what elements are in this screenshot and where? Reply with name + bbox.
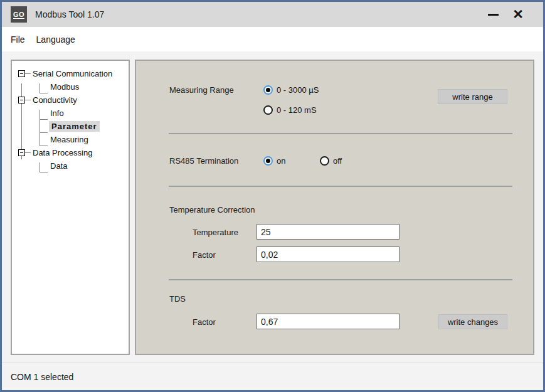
tree-item-modbus[interactable]: Modbus bbox=[12, 80, 129, 93]
menu-bar: File Language bbox=[2, 27, 543, 51]
tds-title: TDS bbox=[169, 294, 186, 304]
separator bbox=[169, 279, 512, 280]
tree-item-label[interactable]: Data bbox=[50, 161, 67, 171]
tree-item-data[interactable]: Data bbox=[12, 159, 129, 172]
separator bbox=[169, 133, 512, 134]
tds-factor-label: Factor bbox=[193, 317, 216, 327]
tree-item-parameter[interactable]: Parameter bbox=[12, 120, 129, 133]
menu-item-file[interactable]: File bbox=[11, 34, 25, 45]
radio-selected-icon[interactable] bbox=[263, 156, 273, 166]
radio-selected-icon[interactable] bbox=[263, 85, 273, 95]
status-text: COM 1 selected bbox=[11, 372, 73, 382]
radio-label[interactable]: off bbox=[333, 156, 342, 166]
separator bbox=[169, 186, 512, 187]
tree-item-serial-communication[interactable]: Serial Communication bbox=[12, 67, 129, 80]
navigation-tree-panel: Serial Communication Modbus Conductivity… bbox=[11, 60, 130, 355]
status-bar: COM 1 selected bbox=[2, 363, 543, 390]
radio-range-120ms[interactable]: 0 - 120 mS bbox=[263, 105, 317, 115]
tree-item-conductivity[interactable]: Conductivity bbox=[12, 93, 129, 107]
tree-item-label-selected[interactable]: Parameter bbox=[49, 121, 100, 132]
radio-label[interactable]: on bbox=[277, 156, 285, 166]
app-logo-icon: GO bbox=[11, 6, 27, 23]
window-title: Modbus Tool 1.07 bbox=[35, 9, 104, 19]
radio-label[interactable]: 0 - 3000 µS bbox=[277, 85, 319, 95]
radio-unselected-icon[interactable] bbox=[320, 156, 329, 166]
title-bar: GO Modbus Tool 1.07 ✕ bbox=[2, 2, 543, 27]
radio-termination-on[interactable]: on bbox=[263, 156, 285, 166]
tree-item-label[interactable]: Data Processing bbox=[33, 148, 92, 157]
radio-range-3000us[interactable]: 0 - 3000 µS bbox=[263, 85, 319, 95]
temperature-row: Temperature bbox=[193, 224, 238, 240]
temp-factor-row: Factor bbox=[193, 246, 216, 263]
rs485-option-off: off bbox=[320, 152, 342, 169]
tree-item-info[interactable]: Info bbox=[12, 107, 129, 120]
tree-line bbox=[25, 152, 31, 153]
write-changes-button[interactable]: write changes bbox=[438, 314, 507, 329]
close-button[interactable]: ✕ bbox=[505, 7, 531, 22]
radio-label[interactable]: 0 - 120 mS bbox=[277, 105, 317, 115]
temp-factor-input[interactable] bbox=[257, 246, 399, 262]
rs485-option-on: on bbox=[263, 152, 285, 169]
radio-unselected-icon[interactable] bbox=[263, 105, 273, 115]
app-logo-text: GO bbox=[13, 11, 24, 19]
tree-line bbox=[25, 73, 31, 74]
temperature-correction-title: Temperature Correction bbox=[169, 205, 255, 215]
tree-item-data-processing[interactable]: Data Processing bbox=[12, 146, 129, 159]
tds-factor-input[interactable] bbox=[257, 314, 399, 329]
app-window: GO Modbus Tool 1.07 ✕ File Language bbox=[0, 0, 545, 392]
parameter-settings-panel: Measuring Range 0 - 3000 µS 0 - 120 mS w… bbox=[135, 60, 534, 355]
tree-collapse-icon[interactable] bbox=[18, 97, 25, 103]
tree-item-label[interactable]: Info bbox=[50, 109, 64, 118]
tds-factor-row: Factor bbox=[193, 314, 216, 330]
measuring-range-option-1: 0 - 3000 µS bbox=[263, 82, 319, 98]
temperature-label: Temperature bbox=[193, 228, 238, 237]
close-icon: ✕ bbox=[512, 7, 524, 21]
tree-line bbox=[25, 100, 31, 100]
rs485-termination-label: RS485 Termination bbox=[169, 156, 238, 166]
tree-item-label[interactable]: Modbus bbox=[50, 82, 79, 92]
menu-item-language[interactable]: Language bbox=[36, 34, 75, 45]
measuring-range-label: Measuring Range bbox=[169, 85, 234, 95]
tree-collapse-icon[interactable] bbox=[18, 149, 25, 156]
tree-item-measuring[interactable]: Measuring bbox=[12, 133, 129, 146]
radio-termination-off[interactable]: off bbox=[320, 156, 342, 166]
rs485-row: RS485 Termination bbox=[169, 152, 238, 169]
write-range-button[interactable]: write range bbox=[438, 89, 507, 104]
measuring-range-row: Measuring Range bbox=[169, 82, 234, 98]
temp-factor-label: Factor bbox=[193, 250, 216, 260]
content-area: Serial Communication Modbus Conductivity… bbox=[2, 51, 543, 363]
tree-collapse-icon[interactable] bbox=[18, 70, 25, 77]
measuring-range-option-2: 0 - 120 mS bbox=[263, 102, 317, 118]
minimize-icon bbox=[488, 14, 499, 16]
tree-item-label[interactable]: Measuring bbox=[50, 135, 88, 144]
tree-item-label[interactable]: Conductivity bbox=[33, 95, 77, 105]
tree-item-label[interactable]: Serial Communication bbox=[33, 69, 112, 78]
minimize-button[interactable] bbox=[480, 8, 505, 21]
temperature-input[interactable] bbox=[257, 224, 399, 240]
